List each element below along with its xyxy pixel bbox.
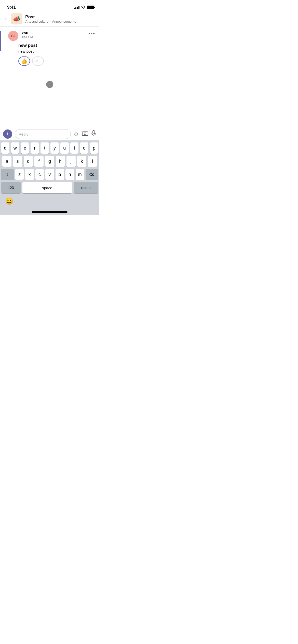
key-v[interactable]: v: [45, 169, 54, 180]
wifi-icon: [81, 6, 86, 9]
message-area: SJ You 4:51 PM ••• new post new post 👍 ☺…: [0, 27, 99, 88]
key-i[interactable]: i: [70, 142, 79, 154]
avatar: SJ: [8, 31, 18, 41]
battery-icon: [87, 6, 94, 9]
keyboard-row-2: a s d f g h j k l: [1, 156, 98, 167]
message-body: new post: [4, 49, 95, 53]
channel-subtitle: Arts and culture > Announcements: [25, 20, 76, 23]
thumbs-up-reaction[interactable]: 👍: [18, 56, 30, 66]
keyboard-row-3: ⇧ z x c v b n m ⌫: [1, 169, 98, 180]
emoji-bar-icon[interactable]: 😀: [5, 197, 13, 205]
key-r[interactable]: r: [31, 142, 39, 154]
keyboard-row-1: q w e r t y u i o p: [1, 142, 98, 154]
key-f[interactable]: f: [34, 156, 44, 167]
add-reaction-button[interactable]: ☺+: [32, 56, 44, 66]
message-header: SJ You 4:51 PM •••: [4, 31, 95, 41]
key-z[interactable]: z: [15, 169, 24, 180]
header-text: Post Arts and culture > Announcements: [25, 14, 76, 23]
key-b[interactable]: b: [56, 169, 64, 180]
loading-indicator: [46, 81, 53, 88]
plus-icon: +: [6, 131, 9, 137]
key-d[interactable]: d: [24, 156, 33, 167]
home-indicator: [32, 211, 67, 213]
thumbs-up-icon: 👍: [21, 58, 28, 64]
message-meta: You 4:51 PM: [21, 31, 85, 39]
microphone-button[interactable]: [91, 130, 96, 138]
channel-icon: 📣: [11, 13, 22, 24]
back-button[interactable]: ‹: [4, 14, 8, 23]
status-bar: 9:41: [0, 0, 99, 11]
key-n[interactable]: n: [65, 169, 74, 180]
svg-point-1: [84, 133, 86, 135]
key-h[interactable]: h: [56, 156, 65, 167]
emoji-button[interactable]: ☺: [73, 131, 79, 137]
keyboard-row-4: 123 space return: [1, 182, 98, 193]
key-x[interactable]: x: [25, 169, 34, 180]
keyboard: q w e r t y u i o p a s d f g h j k l ⇧ …: [0, 140, 99, 215]
key-g[interactable]: g: [45, 156, 54, 167]
key-j[interactable]: j: [66, 156, 76, 167]
key-m[interactable]: m: [76, 169, 84, 180]
numbers-key[interactable]: 123: [1, 182, 21, 193]
camera-button[interactable]: [82, 131, 88, 137]
status-icons: [74, 6, 94, 9]
delete-key[interactable]: ⌫: [86, 169, 98, 180]
reply-input[interactable]: Reply: [15, 129, 71, 139]
key-q[interactable]: q: [1, 142, 9, 154]
add-attachment-button[interactable]: +: [3, 129, 12, 139]
message-title: new post: [4, 43, 95, 48]
key-p[interactable]: p: [90, 142, 98, 154]
key-o[interactable]: o: [80, 142, 88, 154]
svg-rect-2: [84, 131, 86, 132]
reactions: 👍 ☺+: [4, 56, 95, 66]
reply-bar: + Reply ☺: [0, 127, 99, 141]
key-c[interactable]: c: [35, 169, 44, 180]
emoji-bar: 😀: [1, 195, 98, 211]
key-s[interactable]: s: [13, 156, 22, 167]
key-u[interactable]: u: [60, 142, 69, 154]
signal-icon: [74, 6, 79, 9]
reply-placeholder: Reply: [19, 132, 28, 136]
add-reaction-icon: ☺+: [35, 59, 41, 63]
key-e[interactable]: e: [21, 142, 29, 154]
channel-title: Post: [25, 14, 76, 20]
key-a[interactable]: a: [2, 156, 11, 167]
message-indicator: [0, 31, 1, 51]
status-time: 9:41: [7, 5, 16, 10]
space-key[interactable]: space: [22, 182, 72, 193]
page-header: ‹ 📣 Post Arts and culture > Announcement…: [0, 11, 99, 26]
reply-actions: ☺: [73, 130, 96, 138]
more-options-button[interactable]: •••: [88, 31, 95, 37]
key-y[interactable]: y: [50, 142, 59, 154]
key-w[interactable]: w: [11, 142, 19, 154]
shift-key[interactable]: ⇧: [1, 169, 14, 180]
return-key[interactable]: return: [74, 182, 98, 193]
key-l[interactable]: l: [88, 156, 97, 167]
svg-rect-3: [93, 130, 95, 134]
message-author: You: [21, 31, 85, 35]
message-time: 4:51 PM: [21, 35, 85, 39]
key-t[interactable]: t: [40, 142, 49, 154]
key-k[interactable]: k: [77, 156, 86, 167]
